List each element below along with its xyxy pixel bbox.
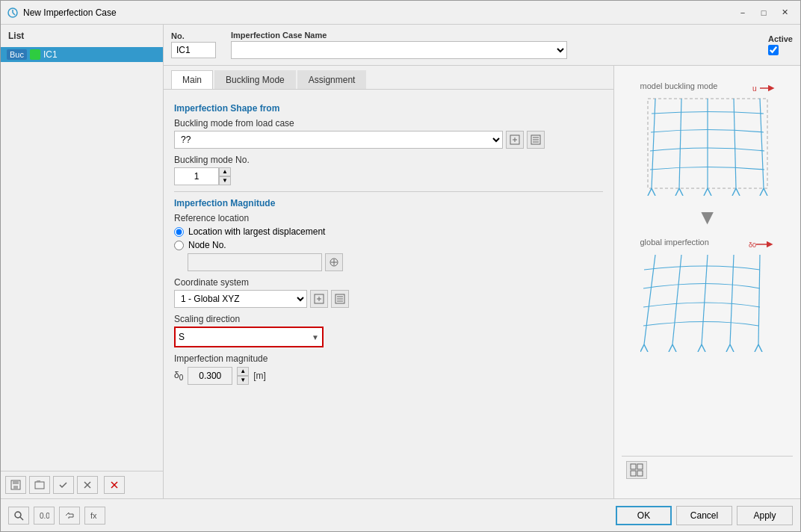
radio-node-input[interactable]: [174, 241, 184, 250]
active-checkbox[interactable]: [768, 45, 779, 55]
svg-rect-67: [637, 464, 643, 469]
reference-radio-group: Location with largest displacement Node …: [174, 226, 603, 250]
bottom-arrow-annotation: δ0: [749, 237, 775, 252]
svg-text:δ0: δ0: [749, 241, 756, 249]
scaling-direction-label: Scaling direction: [174, 314, 603, 324]
buckling-mode-no-label: Buckling mode No.: [174, 155, 603, 165]
list-item[interactable]: Buc IC1: [1, 47, 163, 62]
tab-assignment[interactable]: Assignment: [297, 70, 367, 89]
active-label: Active: [768, 34, 793, 43]
bottom-number-btn[interactable]: 0.0: [34, 507, 55, 525]
no-field-group: No.: [171, 31, 216, 58]
scaling-direction-dropdown[interactable]: S X Y Z: [174, 327, 324, 347]
coordinate-system-group: Coordinate system 1 - Global XYZ: [174, 277, 603, 308]
magnitude-spinner-buttons: ▲ ▼: [237, 367, 249, 385]
no-input[interactable]: [171, 42, 216, 58]
active-checkbox-container: [768, 45, 793, 55]
svg-text:0.0: 0.0: [40, 512, 49, 520]
svg-rect-68: [631, 471, 636, 476]
tab-buckling-mode[interactable]: Buckling Mode: [214, 70, 296, 89]
bottom-search-btn[interactable]: [8, 507, 29, 525]
delta-symbol: δ0: [174, 370, 183, 382]
buckling-load-dropdown-container: ??: [174, 131, 603, 149]
coordinate-edit-btn[interactable]: [310, 290, 328, 308]
radio-node-no[interactable]: Node No.: [174, 240, 603, 250]
imperfection-magnitude-group: Imperfection magnitude δ0 ▲ ▼ [m]: [174, 353, 603, 385]
magnitude-decrement[interactable]: ▼: [237, 376, 249, 385]
diagram-container: model buckling mode u: [622, 81, 793, 354]
bottom-right-buttons: OK Cancel Apply: [616, 506, 793, 525]
cancel-button[interactable]: Cancel: [676, 506, 732, 525]
magnitude-increment[interactable]: ▲: [237, 367, 249, 376]
header-row: No. Imperfection Case Name Active: [164, 25, 800, 66]
bottom-diagram-area: global imperfection δ0: [640, 237, 775, 354]
list-header: List: [1, 25, 163, 47]
main-content: List Buc IC1: [1, 25, 800, 498]
bottom-left-buttons: 0.0 fx: [8, 507, 105, 525]
name-field-group: Imperfection Case Name: [231, 31, 567, 59]
title-bar: New Imperfection Case − □ ✕: [1, 1, 800, 25]
imperfection-magnitude-title: Imperfection Magnitude: [174, 198, 603, 208]
buckling-mode-decrement[interactable]: ▼: [219, 176, 231, 185]
open-icon-button[interactable]: [29, 476, 50, 494]
coordinate-list-btn[interactable]: [331, 290, 349, 308]
coordinate-dropdown-container: 1 - Global XYZ: [174, 290, 603, 308]
bottom-function-btn[interactable]: fx: [84, 507, 105, 525]
buckling-load-list-btn[interactable]: [527, 131, 545, 149]
left-panel-footer: [1, 471, 163, 498]
name-dropdown[interactable]: [231, 41, 567, 59]
node-input-row: [188, 253, 603, 271]
buckling-load-case-group: Buckling mode from load case ??: [174, 118, 603, 149]
check-icon-button[interactable]: [53, 476, 74, 494]
save-icon-button[interactable]: [5, 476, 26, 494]
delete-icon-button[interactable]: [104, 476, 125, 494]
coordinate-system-dropdown[interactable]: 1 - Global XYZ: [174, 290, 307, 308]
close-button[interactable]: ✕: [775, 5, 794, 20]
buckling-mode-increment[interactable]: ▲: [219, 167, 231, 176]
magnitude-row: δ0 ▲ ▼ [m]: [174, 367, 603, 385]
imperfection-shape-title: Imperfection Shape from: [174, 103, 603, 114]
node-picker-btn[interactable]: [325, 253, 343, 271]
name-label: Imperfection Case Name: [231, 31, 567, 40]
top-grid-diagram: [640, 91, 775, 196]
svg-rect-6: [13, 486, 18, 489]
center-panel: No. Imperfection Case Name Active: [164, 25, 800, 498]
radio-largest-input[interactable]: [174, 227, 184, 237]
scaling-dropdown-wrapper: S X Y Z ▼: [174, 327, 324, 347]
section-divider: [174, 191, 603, 192]
bottom-arrow-btn[interactable]: [59, 507, 80, 525]
tab-main[interactable]: Main: [171, 70, 213, 89]
buckling-load-edit-btn[interactable]: [506, 131, 524, 149]
ok-button[interactable]: OK: [616, 506, 672, 525]
form-content: Imperfection Shape from Buckling mode fr…: [164, 90, 613, 498]
bottom-bar: 0.0 fx OK Cancel Apply: [1, 498, 800, 531]
svg-rect-69: [637, 471, 643, 476]
buckling-mode-spinner-buttons: ▲ ▼: [219, 167, 231, 185]
list-item-tag: Buc: [7, 49, 27, 60]
top-arrow-annotation: u: [752, 81, 775, 96]
top-diagram-area: model buckling mode u: [640, 81, 775, 198]
buckling-load-dropdown[interactable]: ??: [174, 131, 503, 149]
node-no-input[interactable]: [188, 253, 322, 271]
svg-line-71: [20, 517, 23, 520]
radio-largest-displacement[interactable]: Location with largest displacement: [174, 226, 603, 237]
cross-icon-button[interactable]: [77, 476, 98, 494]
imperfection-magnitude-label: Imperfection magnitude: [174, 353, 603, 364]
visualization-panel: model buckling mode u: [613, 66, 800, 498]
buckling-load-label: Buckling mode from load case: [174, 118, 603, 129]
svg-text:fx: fx: [90, 511, 97, 520]
top-diagram-label: model buckling mode: [640, 81, 718, 90]
coordinate-system-label: Coordinate system: [174, 277, 603, 288]
buckling-mode-input[interactable]: [174, 167, 219, 185]
apply-button[interactable]: Apply: [737, 506, 793, 525]
maximize-button[interactable]: □: [754, 5, 773, 20]
svg-rect-3: [31, 51, 39, 58]
svg-text:u: u: [752, 84, 757, 93]
window-title: New Imperfection Case: [23, 7, 733, 18]
minimize-button[interactable]: −: [733, 5, 752, 20]
scaling-direction-group: Scaling direction S X Y Z ▼: [174, 314, 603, 347]
tab-content-area: Main Buckling Mode Assignment Imperfecti…: [164, 66, 800, 498]
buckling-mode-no-group: Buckling mode No. ▲ ▼: [174, 155, 603, 185]
magnitude-input[interactable]: [188, 367, 232, 385]
viz-settings-btn[interactable]: [626, 461, 647, 479]
